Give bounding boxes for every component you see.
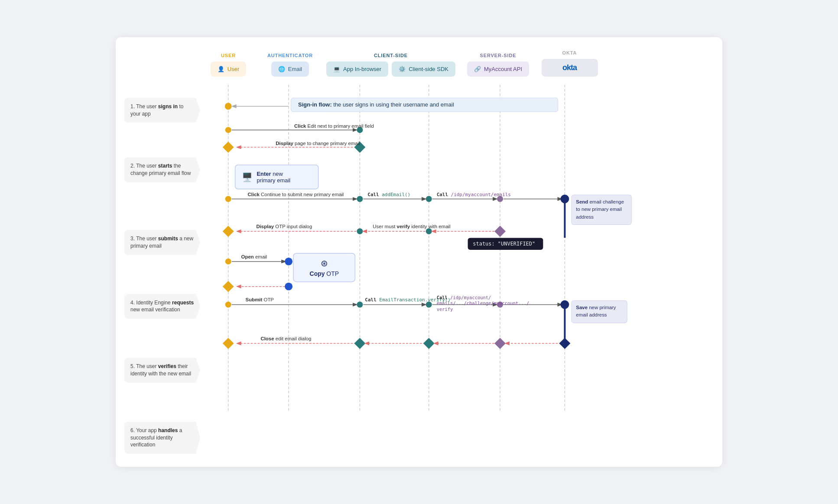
col-box-user: 👤 User [211,61,246,77]
label-addemail: Call addEmail() [367,191,410,197]
email-icon: 🌐 [278,66,285,72]
diamond-user-3 [223,142,234,153]
node-sdk-5 [426,228,432,234]
node-user-4 [225,196,231,202]
col-server: SERVER-SIDE 🔗 MyAccount API [458,53,538,77]
node-app-5 [357,228,363,234]
label-verify-identity: User must verify identity with email [373,224,450,229]
label-challenge-verify-2: emails/.../challenge/myaccount.../ [437,300,529,306]
col-okta: OKTA okta [538,50,601,77]
node-user-6 [225,258,231,265]
api-icon: 🔗 [474,66,481,72]
diamond-sdk-8 [423,338,435,349]
col-label-user: USER [221,53,236,58]
save-email-box: Save new primary email address [571,300,627,335]
status-badge: status: "UNVERIFIED" [468,238,543,253]
label-click-continue: Click Continue to submit new primary ema… [248,191,344,197]
label-close-dialog: Close edit email dialog [260,336,311,341]
node-user-2 [225,127,231,133]
diamond-user-copy [223,281,234,292]
label-challenge-verify-3: verify [437,307,453,312]
node-user-1 [225,103,232,110]
diagram-container: 1. The user signs in to your app 2. The … [116,37,722,467]
step-5: 5. The user verifies their identity with… [124,358,200,383]
diamond-okta-8 [559,338,570,349]
col-label-okta: OKTA [562,50,577,55]
col-label-server: SERVER-SIDE [480,53,516,58]
step-2: 2. The user starts the change primary em… [124,157,200,182]
copy-otp-box: ⊛ Copy OTP [293,253,355,283]
col-client-group: CLIENT-SIDE 💻 App In-browser ⚙️ Client-s… [324,53,458,77]
col-user: USER 👤 User [200,53,257,77]
node-app-4 [357,196,363,202]
label-submit-otp: Submit OTP [246,297,274,302]
diamond-user-8 [223,338,234,349]
step-1: 1. The user signs in to your app [124,98,200,123]
send-email-box: Send email challenge to new primary emai… [571,194,631,233]
label-idp-emails: Call /idp/myaccount/emails [437,191,511,197]
node-auth-copy [285,282,292,290]
signin-flow-box: Sign-in flow: the user signs in using th… [291,97,558,115]
diagram-main: USER 👤 User AUTHENTICATOR 🌐 Email CLIENT… [200,50,709,454]
diamond-user-5 [223,226,234,237]
node-app-7 [357,301,363,307]
node-user-7 [225,301,231,307]
col-box-auth: 🌐 Email [271,61,309,77]
diamond-app-8 [354,338,365,349]
sequence-diagram: Sign-in flow: the user signs in using th… [200,82,709,420]
sdk-icon: ⚙️ [399,66,406,72]
browser-icon: 💻 [333,66,340,72]
step-4: 4. Identity Engine requests new email ve… [124,294,200,319]
step-3: 3. The user submits a new primary email [124,230,200,255]
col-box-client-sdk: ⚙️ Client-side SDK [392,61,455,77]
col-box-myaccount: 🔗 MyAccount API [467,61,529,77]
step-6: 6. Your app handles a successful identit… [124,422,200,454]
diamond-myaccount-8 [494,338,506,349]
node-auth-6 [285,258,292,265]
col-label-client: CLIENT-SIDE [374,53,408,58]
label-display-page: Display page to change primary email [276,141,360,146]
diamond-myaccount-5 [494,226,506,237]
steps-sidebar: 1. The user signs in to your app 2. The … [124,50,200,454]
label-challenge-verify: Call /idp/myaccount/ [437,294,491,300]
label-display-otp: Display OTP input dialog [256,224,312,229]
label-click-edit: Click Edit next to primary email field [294,123,374,129]
node-sdk-4 [426,196,432,202]
col-box-okta: okta [542,59,598,77]
col-label-auth: AUTHENTICATOR [267,53,313,58]
user-icon: 👤 [218,66,224,72]
label-open-email: Open email [241,254,267,259]
col-box-client: 💻 App In-browser [326,61,388,77]
col-auth: AUTHENTICATOR 🌐 Email [257,53,324,77]
